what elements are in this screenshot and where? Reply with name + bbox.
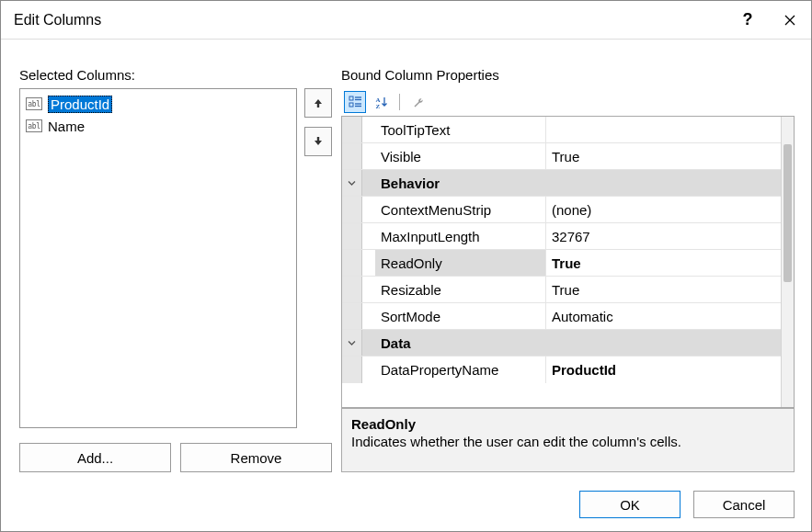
property-pages-button[interactable]	[407, 91, 429, 113]
prop-name: Visible	[375, 143, 546, 169]
grid-row[interactable]: ReadOnly True	[342, 250, 781, 277]
chevron-down-icon	[348, 339, 356, 347]
prop-name: ContextMenuStrip	[375, 197, 546, 222]
dialog-buttons: OK Cancel	[1, 480, 811, 531]
prop-value[interactable]: True	[546, 250, 781, 276]
description-title: ReadOnly	[351, 416, 784, 432]
category-name: Data	[375, 330, 546, 356]
add-button[interactable]: Add...	[19, 443, 171, 472]
toolbar-separator	[399, 94, 400, 110]
grid-row[interactable]: Resizable True	[342, 277, 781, 303]
grid-row[interactable]: DataPropertyName ProductId	[342, 357, 781, 383]
prop-name: SortMode	[375, 303, 546, 329]
alphabetical-button[interactable]: A Z	[370, 91, 392, 113]
move-up-button[interactable]	[304, 88, 332, 118]
dialog-body: Selected Columns: abl ProductId abl Name	[1, 40, 811, 480]
grid-row[interactable]: ContextMenuStrip (none)	[342, 197, 781, 223]
ok-button[interactable]: OK	[579, 491, 680, 518]
grid-row[interactable]: SortMode Automatic	[342, 303, 781, 330]
properties-label: Bound Column Properties	[341, 67, 795, 83]
close-button[interactable]	[769, 1, 811, 40]
list-item-label: ProductId	[48, 96, 112, 113]
categorized-button[interactable]	[344, 91, 366, 113]
selected-columns-list[interactable]: abl ProductId abl Name	[19, 88, 297, 428]
remove-button[interactable]: Remove	[180, 443, 332, 472]
svg-rect-1	[349, 103, 353, 107]
prop-value[interactable]: True	[546, 143, 781, 169]
prop-value[interactable]: (none)	[546, 197, 781, 222]
edit-columns-dialog: Edit Columns ? Selected Columns: abl Pro…	[0, 0, 812, 532]
list-item[interactable]: abl ProductId	[24, 93, 292, 115]
categorized-icon	[349, 96, 362, 109]
dialog-title: Edit Columns	[1, 12, 726, 28]
list-item[interactable]: abl Name	[24, 115, 292, 137]
grid-body: ToolTipText Visible True	[342, 117, 781, 407]
grid-scrollbar[interactable]	[781, 117, 794, 407]
expander-icon[interactable]	[342, 170, 362, 196]
svg-text:Z: Z	[375, 103, 380, 109]
prop-name: ToolTipText	[375, 117, 546, 142]
close-icon	[784, 15, 795, 26]
category-name: Behavior	[375, 170, 546, 196]
expander-icon[interactable]	[342, 330, 362, 356]
prop-name: Resizable	[375, 277, 546, 302]
grid-category[interactable]: Behavior	[342, 170, 781, 197]
move-buttons	[304, 88, 332, 428]
columns-row: abl ProductId abl Name	[19, 88, 332, 428]
arrow-up-icon	[313, 97, 324, 108]
prop-value[interactable]: Automatic	[546, 303, 781, 329]
grid-row[interactable]: MaxInputLength 32767	[342, 223, 781, 250]
alphabetical-icon: A Z	[374, 96, 388, 109]
properties-container: A Z	[341, 88, 795, 472]
grid-row[interactable]: ToolTipText	[342, 117, 781, 143]
properties-panel: Bound Column Properties	[341, 67, 795, 472]
help-button[interactable]: ?	[726, 1, 769, 40]
grid-row[interactable]: Visible True	[342, 143, 781, 170]
textcolumn-icon: abl	[26, 97, 42, 110]
left-buttons: Add... Remove	[19, 443, 332, 472]
svg-rect-0	[349, 96, 353, 100]
arrow-down-icon	[313, 136, 324, 147]
selected-columns-label: Selected Columns:	[19, 67, 332, 83]
row-gutter	[342, 117, 362, 142]
prop-name: MaxInputLength	[375, 223, 546, 249]
wrench-icon	[412, 96, 426, 109]
prop-value[interactable]	[546, 117, 781, 142]
prop-value[interactable]: True	[546, 277, 781, 302]
prop-value[interactable]: ProductId	[546, 357, 781, 383]
prop-name: DataPropertyName	[375, 357, 546, 383]
titlebar: Edit Columns ?	[1, 1, 811, 40]
prop-name: ReadOnly	[375, 250, 546, 276]
chevron-down-icon	[348, 179, 356, 187]
property-grid[interactable]: ToolTipText Visible True	[341, 116, 795, 408]
scrollbar-thumb[interactable]	[783, 144, 792, 282]
description-panel: ReadOnly Indicates whether the user can …	[341, 408, 795, 472]
properties-toolbar: A Z	[341, 88, 795, 116]
prop-value[interactable]: 32767	[546, 223, 781, 249]
grid-category[interactable]: Data	[342, 330, 781, 357]
list-item-label: Name	[48, 119, 85, 134]
selected-columns-panel: Selected Columns: abl ProductId abl Name	[19, 67, 332, 472]
cancel-button[interactable]: Cancel	[693, 491, 795, 518]
move-down-button[interactable]	[304, 127, 332, 156]
textcolumn-icon: abl	[26, 119, 42, 132]
description-body: Indicates whether the user can edit the …	[351, 434, 784, 449]
